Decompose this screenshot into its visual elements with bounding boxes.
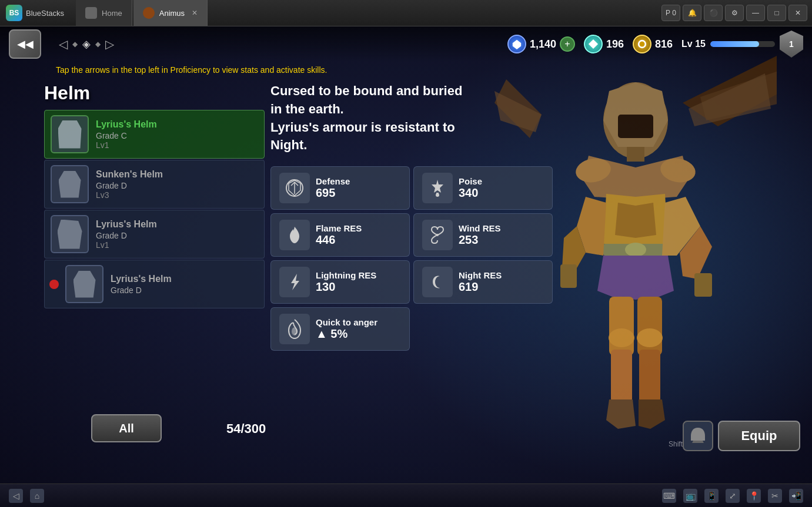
item-grade-3: Grade D <box>96 231 258 240</box>
app-logo: BS BlueStacks <box>0 5 70 21</box>
helm-shape-2 <box>59 171 81 198</box>
item-thumbnail-2 <box>51 165 89 203</box>
item-name-2: Sunken's Helm <box>96 169 258 180</box>
poise-value: 340 <box>459 186 482 200</box>
item-thumbnail-3 <box>51 215 89 253</box>
home-tab-icon <box>85 7 97 19</box>
poise-label: Poise <box>459 176 482 186</box>
helm-equip-icon <box>683 421 713 451</box>
list-item[interactable]: Lyrius's Helm Grade D Lv1 <box>44 210 265 258</box>
location-icon[interactable]: 📍 <box>747 489 761 503</box>
item-info-2: Sunken's Helm Grade D Lv3 <box>96 169 258 200</box>
bottom-right-icons: ⌨ 📺 📱 ⤢ 📍 ✂ 📲 <box>662 489 803 503</box>
camera-btn[interactable]: ⚫ <box>704 5 723 21</box>
tab-animus[interactable]: Animus ✕ <box>133 0 208 26</box>
anger-label: Quick to anger <box>316 317 377 327</box>
equip-btn-label: Equip <box>741 428 777 444</box>
item-thumbnail-4 <box>65 265 103 303</box>
item-description: Cursed to be bound and buried in the ear… <box>270 82 553 155</box>
helm-shape-3 <box>58 220 82 249</box>
svg-point-23 <box>292 327 298 335</box>
desc-line1: Cursed to be bound and buried <box>270 83 462 98</box>
notification-dot <box>49 280 59 289</box>
back-nav-icon[interactable]: ◁ <box>9 489 23 503</box>
left-panel: Helm Lyrius's Helm Grade C Lv1 <box>44 82 265 448</box>
list-item[interactable]: Lyrius's Helm Grade C Lv1 <box>44 110 265 159</box>
tab-home[interactable]: Home <box>76 0 132 26</box>
nav-right-arrow[interactable]: ▷ <box>105 37 114 51</box>
remote-icon[interactable]: 📲 <box>789 489 803 503</box>
close-btn[interactable]: ✕ <box>788 5 807 21</box>
titlebar-tabs: Home Animus ✕ <box>76 0 208 26</box>
tab-animus-label: Animus <box>159 9 185 18</box>
expand-icon[interactable]: ⤢ <box>726 489 740 503</box>
stat-defense: Defense 695 <box>270 166 410 210</box>
screen-icon[interactable]: 📺 <box>683 489 697 503</box>
settings-btn[interactable]: ⚙ <box>725 5 744 21</box>
desc-line3: Lyrius's armour is resistant to <box>270 120 455 135</box>
defense-icon <box>279 173 310 203</box>
anger-icon <box>279 314 310 344</box>
defense-value: 695 <box>316 186 350 200</box>
item-grade-1: Grade C <box>96 131 258 140</box>
item-level-1: Lv1 <box>96 140 258 150</box>
all-btn-label: All <box>119 422 134 435</box>
stat-lightning: Lightning RES 130 <box>270 260 410 304</box>
anger-info: Quick to anger ▲ 5% <box>316 317 377 341</box>
svg-rect-11 <box>611 350 632 402</box>
maximize-btn[interactable]: □ <box>767 5 786 21</box>
nav-left-arrow[interactable]: ◁ <box>59 37 68 51</box>
stat-anger: Quick to anger ▲ 5% <box>270 307 410 351</box>
stats-grid: Defense 695 Poise 340 <box>270 166 553 351</box>
teal-resource-count: 196 <box>606 38 624 51</box>
list-item[interactable]: Sunken's Helm Grade D Lv3 <box>44 160 265 209</box>
stat-night: Night RES 619 <box>413 260 553 304</box>
all-button[interactable]: All <box>91 414 162 442</box>
shift-label: Shift <box>669 440 683 448</box>
notification-btn[interactable]: 🔔 <box>683 5 701 21</box>
svg-rect-14 <box>694 273 712 297</box>
points-btn[interactable]: P 0 <box>661 5 680 21</box>
svg-point-18 <box>640 42 645 47</box>
night-info: Night RES 619 <box>459 270 502 294</box>
item-info-4: Lyrius's Helm Grade D <box>111 274 258 295</box>
flame-value: 446 <box>316 233 362 247</box>
panel-title: Helm <box>44 82 265 104</box>
level-badge: Lv 15 1 <box>681 31 803 58</box>
tab-close[interactable]: ✕ <box>192 9 198 17</box>
nav-dot-1: ◆ <box>72 40 78 48</box>
desc-line4: Night. <box>270 137 307 152</box>
svg-rect-13 <box>560 264 577 288</box>
grade-label-1: Grade C <box>96 131 127 140</box>
stat-flame: Flame RES 446 <box>270 213 410 257</box>
flame-label: Flame RES <box>316 223 362 233</box>
tip-text: Tap the arrows in the top left in Profic… <box>56 65 327 75</box>
stats-panel: Cursed to be bound and buried in the ear… <box>270 82 553 351</box>
scissors-icon[interactable]: ✂ <box>768 489 782 503</box>
lightning-icon <box>279 267 310 297</box>
phone-icon[interactable]: 📱 <box>704 489 719 503</box>
grade-label-3: Grade D <box>96 231 127 240</box>
back-button[interactable]: ◀◀ <box>9 29 41 59</box>
stat-wind: Wind RES 253 <box>413 213 553 257</box>
keyboard-icon[interactable]: ⌨ <box>662 489 676 503</box>
item-name-1: Lyrius's Helm <box>96 119 258 130</box>
svg-marker-16 <box>589 39 598 49</box>
svg-rect-21 <box>436 193 439 196</box>
nav-arrows: ◁ ◆ ◈ ◆ ▷ <box>59 37 114 51</box>
resource-blue: 1,140 + <box>507 35 575 53</box>
home-nav-icon[interactable]: ⌂ <box>30 489 44 503</box>
level-bar <box>710 41 775 47</box>
minimize-btn[interactable]: — <box>746 5 765 21</box>
titlebar: BS BlueStacks Home Animus ✕ P 0 🔔 ⚫ ⚙ — … <box>0 0 812 26</box>
resource-gold: 816 <box>633 35 673 53</box>
helm-shape-1 <box>58 120 82 149</box>
item-info-1: Lyrius's Helm Grade C Lv1 <box>96 119 258 150</box>
game-area: ◀◀ ◁ ◆ ◈ ◆ ▷ 1,140 + 196 <box>0 26 812 484</box>
defense-info: Defense 695 <box>316 176 350 200</box>
nav-center-diamond[interactable]: ◈ <box>82 38 91 51</box>
gold-coin-icon <box>633 35 651 53</box>
add-blue-btn[interactable]: + <box>560 36 575 52</box>
list-item[interactable]: Lyrius's Helm Grade D <box>44 260 265 308</box>
equip-button[interactable]: Equip <box>718 421 800 451</box>
